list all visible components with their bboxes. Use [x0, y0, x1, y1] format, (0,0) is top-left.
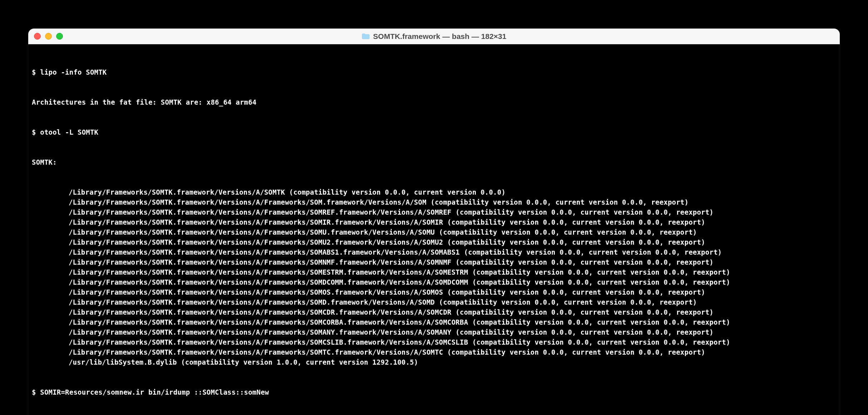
terminal-content[interactable]: $ lipo -info SOMTK Architectures in the …	[28, 44, 840, 415]
cmd-line: $ lipo -info SOMTK	[32, 67, 840, 77]
window-title: SOMTK.framework — bash — 182×31	[373, 32, 507, 41]
lib-line: /Library/Frameworks/SOMTK.framework/Vers…	[32, 287, 840, 297]
lib-line: /Library/Frameworks/SOMTK.framework/Vers…	[32, 327, 840, 337]
output-line: Architectures in the fat file: SOMTK are…	[32, 97, 840, 107]
lib-line: /Library/Frameworks/SOMTK.framework/Vers…	[32, 347, 840, 357]
lib-line: /Library/Frameworks/SOMTK.framework/Vers…	[32, 197, 840, 207]
lib-line: /Library/Frameworks/SOMTK.framework/Vers…	[32, 317, 840, 327]
lib-line: /Library/Frameworks/SOMTK.framework/Vers…	[32, 297, 840, 307]
lib-line: /usr/lib/libSystem.B.dylib (compatibilit…	[32, 357, 840, 367]
close-button[interactable]	[34, 33, 41, 40]
window-titlebar[interactable]: SOMTK.framework — bash — 182×31	[28, 29, 840, 44]
lib-list: /Library/Frameworks/SOMTK.framework/Vers…	[32, 187, 840, 367]
lib-line: /Library/Frameworks/SOMTK.framework/Vers…	[32, 337, 840, 347]
lib-line: /Library/Frameworks/SOMTK.framework/Vers…	[32, 277, 840, 287]
output-line: SOMTK:	[32, 157, 840, 167]
terminal-window: SOMTK.framework — bash — 182×31 $ lipo -…	[28, 29, 840, 415]
cmd-line: $ SOMIR=Resources/somnew.ir bin/irdump :…	[32, 387, 840, 397]
lib-line: /Library/Frameworks/SOMTK.framework/Vers…	[32, 307, 840, 317]
minimize-button[interactable]	[45, 33, 52, 40]
folder-icon	[362, 33, 370, 40]
traffic-lights	[34, 33, 63, 40]
lib-line: /Library/Frameworks/SOMTK.framework/Vers…	[32, 247, 840, 257]
lib-line: /Library/Frameworks/SOMTK.framework/Vers…	[32, 227, 840, 237]
lib-line: /Library/Frameworks/SOMTK.framework/Vers…	[32, 257, 840, 267]
title-center: SOMTK.framework — bash — 182×31	[28, 32, 840, 41]
zoom-button[interactable]	[56, 33, 63, 40]
lib-line: /Library/Frameworks/SOMTK.framework/Vers…	[32, 267, 840, 277]
lib-line: /Library/Frameworks/SOMTK.framework/Vers…	[32, 237, 840, 247]
lib-line: /Library/Frameworks/SOMTK.framework/Vers…	[32, 207, 840, 217]
lib-line: /Library/Frameworks/SOMTK.framework/Vers…	[32, 217, 840, 227]
lib-line: /Library/Frameworks/SOMTK.framework/Vers…	[32, 187, 840, 197]
cmd-line: $ otool -L SOMTK	[32, 127, 840, 137]
